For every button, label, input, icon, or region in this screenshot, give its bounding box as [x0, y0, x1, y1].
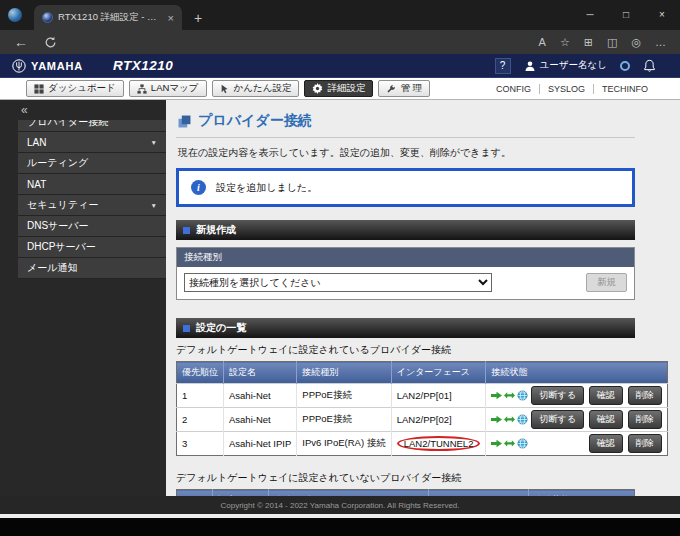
delete-button[interactable]: 削除 — [628, 434, 662, 453]
add-favorite-icon[interactable]: ☆ — [560, 37, 570, 48]
page-title-icon — [178, 115, 191, 128]
sidebar-item-dhcp-server[interactable]: DHCPサーバー — [18, 237, 166, 258]
arrows-both-icon — [504, 415, 515, 424]
sidebar-collapse-button[interactable]: « — [0, 102, 166, 120]
site-header: YAMAHA RTX1210 ? ユーザー名なし — [0, 54, 680, 78]
sidebar-item-dns-server[interactable]: DNSサーバー — [18, 216, 166, 237]
back-button[interactable]: ← — [14, 35, 28, 49]
techinfo-link[interactable]: TECHINFO — [593, 84, 656, 94]
col-status: 接続状態 — [529, 490, 635, 497]
chevron-down-icon: ▼ — [151, 202, 157, 209]
status-ring-icon — [620, 61, 630, 71]
nav-lanmap-button[interactable]: LANマップ — [129, 80, 207, 97]
delete-button[interactable]: 削除 — [628, 410, 662, 429]
col-status: 接続状態 — [486, 362, 667, 384]
arrow-right-icon — [491, 415, 502, 424]
model-logo: RTX1210 — [113, 58, 173, 73]
col-name: 設定名 — [213, 490, 269, 497]
minimize-button[interactable]: ─ — [572, 0, 608, 28]
refresh-button[interactable] — [44, 36, 57, 49]
syslog-link[interactable]: SYSLOG — [539, 84, 593, 94]
confirm-button[interactable]: 確認 — [589, 410, 623, 429]
browser-titlebar: RTX1210 詳細設定 - プロバイダー接 × + ─ □ × — [0, 0, 680, 30]
nav-management-button[interactable]: 管 理 — [378, 80, 430, 97]
delete-button[interactable]: 削除 — [628, 386, 662, 405]
sidebar-item-label: ルーティング — [27, 156, 88, 170]
windows-taskbar — [0, 518, 680, 536]
copyright-text: Copyright © 2014 - 2022 Yamaha Corporati… — [220, 501, 459, 510]
config-link[interactable]: CONFIG — [488, 84, 539, 94]
provider-table-other: No. 設定名 接続種別 インターフェース 接続状態 設定がありません。 — [176, 489, 635, 496]
connection-type-label: 接続種別 — [177, 248, 634, 267]
help-button[interactable]: ? — [495, 58, 511, 74]
split-screen-icon[interactable]: ◫ — [607, 37, 617, 48]
nav-label: LANマップ — [151, 82, 199, 95]
settings-more-icon[interactable]: … — [655, 37, 666, 48]
confirm-button[interactable]: 確認 — [589, 434, 623, 453]
new-tab-button[interactable]: + — [194, 11, 202, 25]
dashboard-grid-icon — [34, 84, 44, 94]
sidebar-item-label: LAN — [27, 137, 46, 148]
cell-priority: 1 — [177, 384, 224, 408]
nav-label: かんたん設定 — [234, 82, 292, 95]
sidebar-item-lan[interactable]: LAN ▼ — [18, 132, 166, 153]
section-new: 新規作成 — [176, 220, 635, 240]
sidebar-item-security[interactable]: セキュリティー ▼ — [18, 195, 166, 216]
page-body: « プロバイダー接続 LAN ▼ ルーティング NAT セキュリティー ▼ — [0, 100, 680, 496]
read-aloud-icon[interactable]: A — [539, 37, 546, 48]
page-description: 現在の設定内容を表示しています。設定の追加、変更、削除ができます。 — [176, 138, 635, 163]
user-icon — [524, 60, 536, 72]
table-caption-other: デフォルトゲートウェイに設定されていないプロバイダー接続 — [176, 471, 635, 485]
nav-easy-setup-button[interactable]: かんたん設定 — [212, 80, 300, 97]
notifications-bell-button[interactable] — [643, 59, 656, 72]
tab-close-icon[interactable]: × — [166, 12, 174, 24]
provider-table-default: 優先順位 設定名 接続種別 インターフェース 接続状態 1 Asahi-Net … — [176, 361, 668, 456]
status-icons — [491, 414, 528, 425]
arrow-right-icon — [491, 439, 502, 448]
info-icon: i — [191, 180, 206, 195]
top-nav: ダッシュボード LANマップ かんたん設定 詳細設定 — [0, 78, 680, 100]
tab-title: RTX1210 詳細設定 - プロバイダー接 — [58, 11, 161, 24]
sidebar-item-label: セキュリティー — [27, 198, 98, 212]
col-type: 接続種別 — [269, 490, 429, 497]
table-row: 3 Asahi-Net IPIP IPv6 IPoE(RA) 接続 LAN2/T… — [177, 432, 668, 456]
section-bullet-icon — [183, 325, 190, 332]
cell-name: Asahi-Net — [224, 384, 297, 408]
collections-icon[interactable]: ⊞ — [584, 37, 593, 48]
confirm-button[interactable]: 確認 — [589, 386, 623, 405]
red-circle-annotation: LAN2/TUNNEL2 — [397, 436, 481, 451]
sidebar-item-routing[interactable]: ルーティング — [18, 153, 166, 174]
col-type: 接続種別 — [297, 362, 391, 384]
nav-label: ダッシュボード — [48, 82, 116, 95]
connection-type-select[interactable]: 接続種別を選択してください — [184, 273, 492, 292]
sidebar-item-label: プロバイダー接続 — [27, 120, 108, 132]
sidebar-item-provider[interactable]: プロバイダー接続 — [18, 120, 166, 132]
cell-type: IPv6 IPoE(RA) 接続 — [297, 432, 391, 456]
sidebar-item-mail-notice[interactable]: メール通知 — [18, 258, 166, 279]
status-icons — [491, 390, 528, 401]
sidebar-item-nat[interactable]: NAT — [18, 174, 166, 195]
browser-tab[interactable]: RTX1210 詳細設定 - プロバイダー接 × — [34, 5, 182, 30]
section-title: 設定の一覧 — [196, 321, 246, 335]
cell-name: Asahi-Net — [224, 408, 297, 432]
disconnect-button[interactable]: 切断する — [531, 410, 583, 429]
close-button[interactable]: × — [644, 0, 680, 28]
new-button[interactable]: 新規 — [586, 273, 627, 292]
maximize-button[interactable]: □ — [608, 0, 644, 28]
browser-toolbar: ← A ☆ ⊞ ◫ ◎ … — [0, 30, 680, 54]
nav-dashboard-button[interactable]: ダッシュボード — [26, 80, 124, 97]
lan-map-icon — [137, 84, 147, 94]
status-icons — [491, 438, 528, 449]
nav-advanced-settings-button[interactable]: 詳細設定 — [304, 80, 373, 97]
page-footer: Copyright © 2014 - 2022 Yamaha Corporati… — [0, 496, 680, 514]
page-viewport: YAMAHA RTX1210 ? ユーザー名なし — [0, 54, 680, 518]
user-menu[interactable]: ユーザー名なし — [524, 59, 607, 72]
disconnect-button[interactable]: 切断する — [531, 386, 583, 405]
globe-icon — [517, 390, 528, 401]
yamaha-logo: YAMAHA — [12, 59, 83, 73]
col-interface: インターフェース — [391, 362, 486, 384]
table-row: 1 Asahi-Net PPPoE接続 LAN2/PP[01] 切断する — [177, 384, 668, 408]
table-row: 2 Asahi-Net PPPoE接続 LAN2/PP[02] 切断する — [177, 408, 668, 432]
copilot-icon[interactable]: ◎ — [631, 37, 641, 48]
section-list: 設定の一覧 — [176, 318, 635, 338]
